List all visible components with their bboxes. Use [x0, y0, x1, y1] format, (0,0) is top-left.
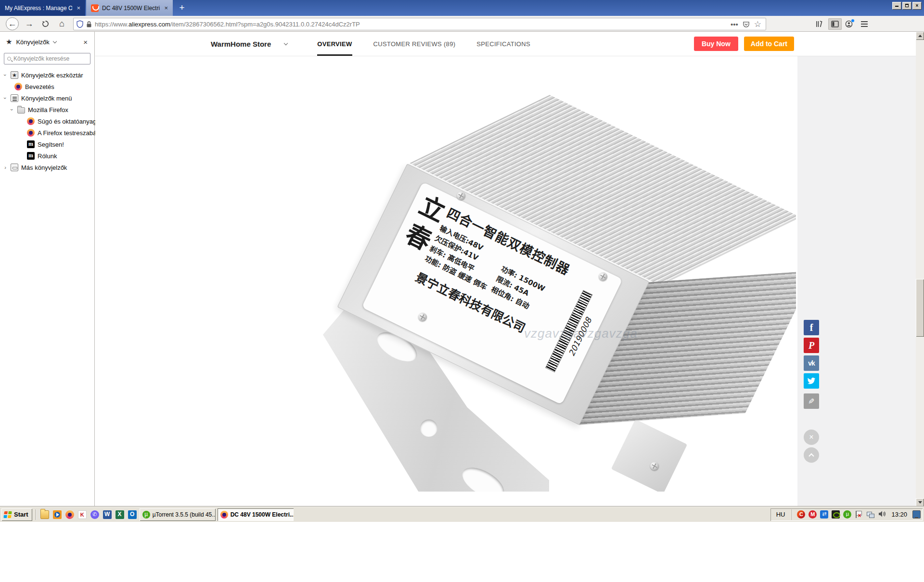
- firefox-icon: [220, 511, 228, 519]
- nvidia-tray-icon[interactable]: [832, 510, 840, 519]
- sidebar-close-icon[interactable]: ×: [81, 38, 90, 46]
- tab-title: My AliExpress : Manage Orders: [5, 5, 72, 12]
- media-player-icon: [53, 510, 62, 519]
- close-share-button[interactable]: ×: [804, 430, 819, 445]
- bookmarks-toolbar-icon: [11, 71, 18, 79]
- store-chevron-icon[interactable]: [284, 41, 288, 45]
- sidebar-item-mozilla-firefox[interactable]: › Mozilla Firefox: [0, 104, 94, 115]
- page-actions-icon[interactable]: •••: [729, 20, 740, 28]
- screw: [418, 313, 427, 321]
- library-button[interactable]: [812, 18, 826, 30]
- account-button[interactable]: [842, 18, 856, 30]
- scroll-to-top-button[interactable]: [804, 447, 819, 463]
- folder-icon: [40, 510, 49, 519]
- tab-overview[interactable]: OVERVIEW: [317, 32, 352, 56]
- search-icon: [7, 57, 11, 61]
- quicklaunch-firefox[interactable]: [64, 509, 75, 520]
- back-button[interactable]: ←: [6, 17, 19, 30]
- page-content: WarmHome Store OVERVIEW CUSTOMER REVIEWS…: [95, 32, 916, 506]
- forward-button[interactable]: →: [23, 17, 36, 30]
- quicklaunch-excel[interactable]: [115, 509, 125, 520]
- tab-title: DC 48V 1500W Electric Bicycle E bi: [102, 5, 160, 12]
- new-tab-button[interactable]: +: [176, 2, 188, 14]
- quicklaunch-media-player[interactable]: [52, 509, 63, 520]
- sidebar-toggle-button[interactable]: [828, 18, 842, 30]
- sidebar-item-mas-konyvjelzok[interactable]: › Más könyvjelzők: [0, 162, 94, 173]
- other-bookmarks-icon: [11, 164, 18, 171]
- quicklaunch-viber[interactable]: [90, 509, 100, 520]
- tab-specifications[interactable]: SPECIFICATIONS: [476, 32, 530, 56]
- language-indicator[interactable]: HU: [774, 511, 787, 518]
- browser-tab-aliexpress-orders[interactable]: My AliExpress : Manage Orders ×: [0, 0, 85, 16]
- taskbar-button-utorrent[interactable]: µTorrent 3.5.5 (build 45...: [140, 508, 216, 521]
- buy-now-button[interactable]: Buy Now: [694, 37, 738, 51]
- vk-share-button[interactable]: [804, 355, 819, 371]
- reload-button[interactable]: [39, 17, 52, 30]
- sidebar-item-segitsen[interactable]: Segítsen!: [0, 139, 94, 150]
- sidebar-item-rolunk[interactable]: Rólunk: [0, 150, 94, 162]
- tab-close-icon[interactable]: ×: [76, 4, 81, 12]
- ccleaner-tray-icon[interactable]: [797, 510, 805, 519]
- alert-flag-tray-icon[interactable]: [855, 510, 863, 519]
- bookmark-label: A Firefox testreszabása: [38, 129, 103, 137]
- start-button[interactable]: Start: [1, 508, 32, 521]
- sidebar-item-testreszabas[interactable]: A Firefox testreszabása: [0, 127, 94, 139]
- url-path: /item/32867306562.html?spm=a2g0s.9042311…: [170, 21, 360, 28]
- menu-button[interactable]: [858, 18, 871, 30]
- bookmark-star-icon[interactable]: ☆: [753, 19, 763, 29]
- sidebar-item-bevezetes[interactable]: Bevezetés: [0, 81, 94, 92]
- scrollbar-thumb[interactable]: [916, 279, 924, 337]
- tab-close-icon[interactable]: ×: [163, 4, 169, 12]
- bookmarks-search[interactable]: [4, 53, 90, 64]
- firefox-icon: [14, 83, 22, 90]
- bracket-hole: [457, 461, 509, 492]
- pinterest-share-button[interactable]: [804, 338, 819, 353]
- network-tray-icon[interactable]: [866, 510, 874, 519]
- show-desktop-icon[interactable]: [912, 510, 921, 519]
- sidebar-item-sugo[interactable]: Súgó és oktatóanyagok: [0, 115, 94, 127]
- url-domain: aliexpress.com: [128, 21, 170, 28]
- mega-tray-icon[interactable]: [808, 510, 817, 519]
- browser-titlebar: My AliExpress : Manage Orders × DC 48V 1…: [0, 0, 924, 16]
- product-image[interactable]: 立春 四合一智能双模控制器 输入电压:48V 欠压保护:41V 刹车: 高低电平…: [318, 63, 796, 492]
- sidebar-item-bookmarks-toolbar[interactable]: › Könyvjelzők eszköztár: [0, 69, 94, 81]
- home-button[interactable]: ⌂: [55, 17, 68, 30]
- scrollbar-down-button[interactable]: [916, 498, 924, 506]
- tracking-protection-shield-icon[interactable]: [77, 20, 83, 28]
- quicklaunch-codec-pack[interactable]: [77, 509, 88, 520]
- facebook-share-button[interactable]: [804, 320, 819, 335]
- bookmarks-search-input[interactable]: [13, 55, 88, 62]
- edit-pencil-button[interactable]: [804, 393, 819, 409]
- quicklaunch-explorer[interactable]: [39, 509, 50, 520]
- volume-tray-icon[interactable]: [878, 510, 886, 519]
- sidebar-item-bookmarks-menu[interactable]: › Könyvjelzők menü: [0, 92, 94, 104]
- folder-icon: [17, 107, 25, 114]
- teamviewer-tray-icon[interactable]: [820, 510, 828, 519]
- close-button[interactable]: ×: [912, 2, 922, 10]
- url-bar[interactable]: https://www.aliexpress.com/item/32867306…: [73, 18, 766, 30]
- excel-icon: [116, 510, 124, 519]
- page-scrollbar[interactable]: [916, 32, 924, 506]
- share-rail: ×: [804, 320, 819, 465]
- taskbar-separator: [36, 509, 36, 520]
- browser-tab-product[interactable]: DC 48V 1500W Electric Bicycle E bi ×: [86, 0, 173, 16]
- minimize-button[interactable]: [892, 2, 901, 10]
- utorrent-tray-icon[interactable]: [843, 510, 851, 519]
- taskbar-button-firefox-product[interactable]: DC 48V 1500W Electri...: [218, 508, 294, 521]
- bookmark-label: Más könyvjelzők: [21, 164, 67, 171]
- mozilla-icon: [27, 152, 35, 160]
- restore-button[interactable]: [902, 2, 911, 10]
- quicklaunch-word[interactable]: [102, 509, 113, 520]
- add-to-cart-button[interactable]: Add to Cart: [744, 37, 794, 51]
- store-name[interactable]: WarmHome Store: [211, 40, 271, 48]
- quicklaunch-outlook[interactable]: [127, 509, 138, 520]
- firefox-icon: [65, 510, 74, 519]
- screw: [650, 462, 659, 470]
- twitter-share-button[interactable]: [804, 373, 819, 389]
- scrollbar-up-button[interactable]: [916, 32, 924, 40]
- url-text[interactable]: https://www.aliexpress.com/item/32867306…: [95, 21, 726, 28]
- tab-customer-reviews[interactable]: CUSTOMER REVIEWS (89): [373, 32, 456, 56]
- padlock-icon[interactable]: [86, 21, 92, 28]
- pocket-icon[interactable]: [743, 21, 750, 28]
- sidebar-switcher-chevron-icon[interactable]: [53, 39, 57, 43]
